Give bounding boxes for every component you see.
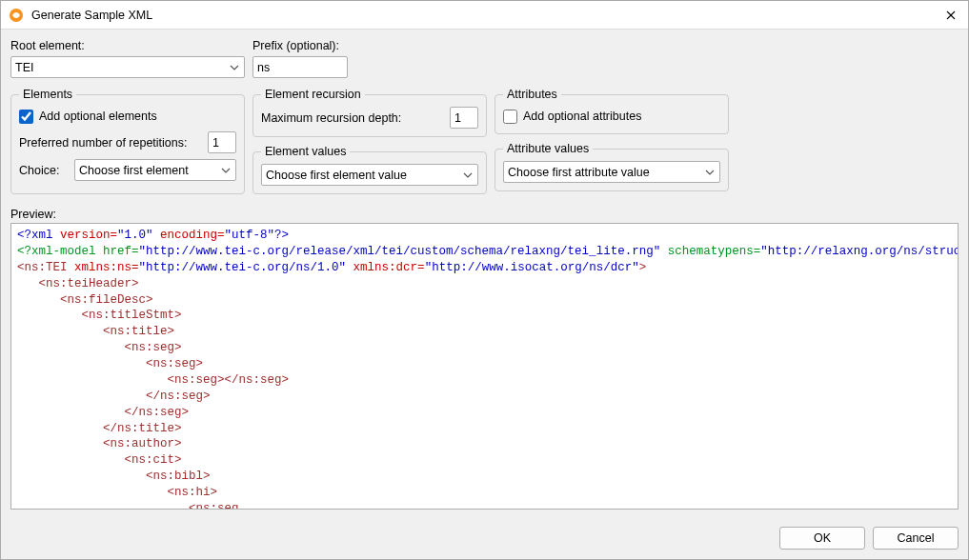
button-row: OK Cancel [1,519,968,559]
dialog-title: Generate Sample XML [31,9,934,22]
attribute-values-select[interactable]: Choose first attribute value [503,161,720,183]
prefix-label: Prefix (optional): [252,39,348,52]
add-optional-attributes-label[interactable]: Add optional attributes [523,110,641,123]
element-values-select[interactable]: Choose first element value [261,164,478,186]
root-element-label: Root element: [10,39,245,52]
attribute-values-group: Attribute values Choose first attribute … [495,142,729,191]
attribute-values-legend: Attribute values [503,142,593,155]
max-recursion-depth-input[interactable] [450,107,478,129]
add-optional-elements-checkbox[interactable] [19,110,33,124]
ok-button[interactable]: OK [779,527,865,550]
title-bar: Generate Sample XML [1,1,968,30]
dialog-content: Root element: TEI Prefix (optional): Ele… [1,30,968,519]
cancel-button[interactable]: Cancel [873,527,959,550]
attributes-group: Attributes Add optional attributes [495,88,729,134]
prefix-input[interactable] [252,56,348,78]
add-optional-attributes-checkbox[interactable] [503,110,517,124]
element-values-legend: Element values [261,145,350,158]
root-element-select[interactable]: TEI [10,56,245,78]
element-recursion-group: Element recursion Maximum recursion dept… [252,88,487,137]
element-values-group: Element values Choose first element valu… [252,145,487,194]
preview-box[interactable]: <?xml version="1.0" encoding="utf-8"?> <… [10,223,959,510]
attributes-legend: Attributes [503,88,561,101]
add-optional-elements-label[interactable]: Add optional elements [39,110,157,123]
preferred-repetitions-input[interactable] [208,131,236,153]
elements-group: Elements Add optional elements Preferred… [10,88,245,194]
dialog-window: Generate Sample XML Root element: TEI Pr… [0,0,969,560]
element-recursion-legend: Element recursion [261,88,365,101]
choice-label: Choice: [19,164,67,177]
app-icon [9,8,24,23]
choice-select[interactable]: Choose first element [74,159,236,181]
preview-label: Preview: [10,208,959,221]
preferred-repetitions-label: Preferred number of repetitions: [19,136,187,150]
max-recursion-depth-label: Maximum recursion depth: [261,111,401,125]
close-button[interactable] [934,1,968,30]
elements-legend: Elements [19,88,76,101]
